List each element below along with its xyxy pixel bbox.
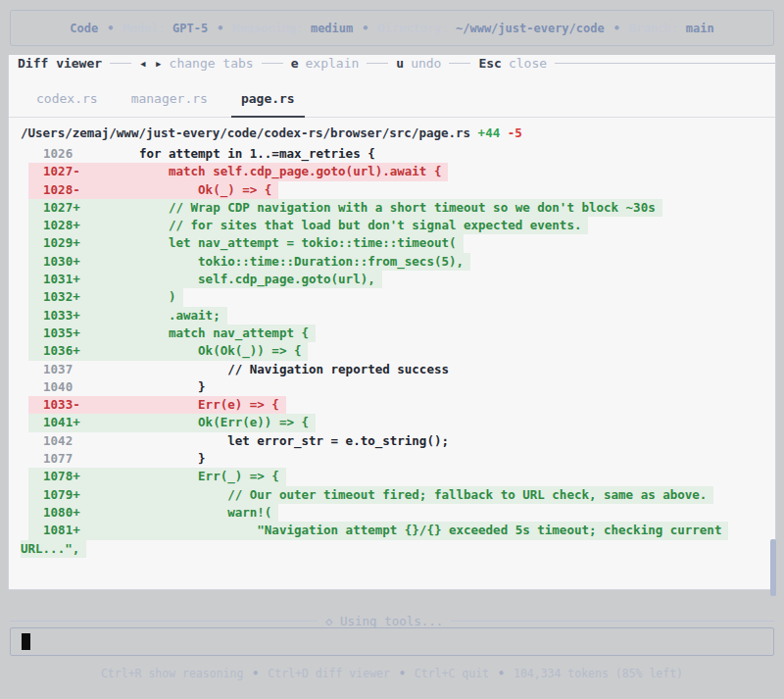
hint-label: undo — [411, 56, 441, 71]
diff-line: 1028- Ok(_) => { — [28, 181, 775, 199]
bullet-icon: • — [107, 22, 114, 35]
line-code: } — [80, 451, 206, 466]
diff-line-band: 1026 for attempt in 1..=max_retries { — [28, 145, 382, 163]
line-number: 1079+ — [28, 487, 80, 502]
file-header: /Users/zemaj/www/just-every/code/codex-r… — [9, 125, 775, 142]
diff-line: 1033+ .await; — [28, 307, 775, 325]
footer-hint-ctrlc: Ctrl+C quit — [415, 667, 489, 680]
hint-close: Escclose — [478, 56, 547, 71]
hint-key: ◂ ▸ — [139, 56, 162, 71]
divider-dash-trailing — [555, 63, 775, 64]
diff-line-band: 1032+ ) — [28, 288, 183, 306]
hint-label: change tabs — [170, 56, 254, 71]
tab-page-rs[interactable]: page.rs — [231, 85, 305, 117]
diff-line: 1027- match self.cdp_page.goto(url).awai… — [28, 163, 775, 180]
bullet-icon: • — [362, 22, 368, 35]
diff-line-band: 1028+ // for sites that load but don't s… — [28, 217, 588, 234]
diff-line-band: 1080+ warn!( — [28, 504, 278, 522]
line-code: ) — [80, 289, 176, 304]
footer-hint-ctrlr: Ctrl+R show reasoning — [101, 667, 243, 680]
diff-line: 1042 let error_str = e.to_string(); — [28, 432, 775, 450]
bullet-icon: • — [217, 22, 223, 35]
directory-label: Directory: — [378, 22, 456, 35]
line-number: 1033- — [28, 397, 80, 412]
directory-value: ~/www/just-every/code — [456, 22, 605, 35]
hint-change-tabs: ◂ ▸change tabs — [139, 56, 254, 71]
line-code: .await; — [80, 308, 220, 323]
line-code: URL...", — [21, 541, 79, 556]
diff-line: 1026 for attempt in 1..=max_retries { — [28, 145, 775, 163]
line-number: 1030+ — [28, 254, 80, 269]
diff-line-band: URL...", — [21, 540, 86, 558]
composer-input[interactable] — [10, 627, 774, 656]
diff-line-band: 1030+ tokio::time::Duration::from_secs(5… — [28, 253, 470, 271]
divider-dash — [449, 63, 470, 64]
bullet-icon: • — [613, 22, 620, 35]
model-value: GPT-5 — [172, 22, 208, 35]
line-number: 1028- — [28, 182, 80, 197]
tab-manager-rs[interactable]: manager.rs — [122, 85, 218, 117]
diff-line: 1035+ match nav_attempt { — [28, 325, 775, 342]
line-code: // Wrap CDP navigation with a short time… — [80, 200, 656, 215]
diff-viewer-title-row: Diff viewer◂ ▸change tabseexplainuundoEs… — [9, 55, 775, 72]
diff-line: 1036+ Ok(Ok(_)) => { — [28, 342, 775, 360]
line-number: 1027+ — [28, 200, 80, 215]
diff-line: URL...", — [28, 540, 775, 558]
line-code: // Our outer timeout fired; fallback to … — [80, 487, 708, 502]
app-name: Code — [70, 22, 98, 35]
diff-line-band: 1077 } — [28, 450, 213, 468]
diff-line-band: 1031+ self.cdp_page.goto(url), — [28, 271, 382, 288]
tools-status-label: Using tools... — [340, 614, 443, 628]
hint-undo: uundo — [396, 56, 441, 71]
diff-line: 1031+ self.cdp_page.goto(url), — [28, 271, 775, 288]
diff-line: 1078+ Err(_) => { — [28, 468, 775, 485]
branch-value: main — [686, 22, 714, 35]
bullet-icon: • — [498, 667, 505, 680]
hint-explain: eexplain — [291, 56, 360, 71]
line-number: 1029+ — [28, 235, 80, 250]
footer: Ctrl+R show reasoning•Ctrl+D diff viewer… — [0, 667, 784, 682]
line-number: 1080+ — [28, 505, 80, 520]
line-number: 1035+ — [28, 325, 80, 340]
diff-line: 1028+ // for sites that load but don't s… — [28, 217, 775, 234]
diff-line: 1037 // Navigation reported success — [28, 361, 775, 378]
divider-dash — [110, 63, 131, 64]
diff-line-band: 1081+ "Navigation attempt {}/{} exceeded… — [28, 522, 728, 539]
reasoning-label: Reasoning: — [232, 22, 310, 35]
tools-divider: ◇ Using tools... — [10, 614, 774, 627]
diff-line-band: 1029+ let nav_attempt = tokio::time::tim… — [28, 234, 464, 252]
diff-line: 1081+ "Navigation attempt {}/{} exceeded… — [28, 522, 775, 539]
diff-line-band: 1042 let error_str = e.to_string(); — [28, 432, 456, 450]
diff-tabs: codex.rsmanager.rspage.rs — [9, 85, 775, 118]
divider-line-right — [451, 621, 774, 622]
diff-line: 1041+ Ok(Err(e)) => { — [28, 414, 775, 431]
line-number: 1041+ — [28, 415, 80, 429]
tab-codex-rs[interactable]: codex.rs — [26, 85, 108, 117]
footer-hint-ctrld: Ctrl+D diff viewer — [268, 667, 390, 680]
diff-line-band: 1033+ .await; — [28, 307, 227, 325]
scrollbar-thumb[interactable] — [770, 539, 776, 596]
line-code: Ok(Err(e)) => { — [80, 415, 309, 429]
line-code: tokio::time::Duration::from_secs(5), — [80, 254, 464, 269]
additions-badge: +44 — [478, 125, 501, 140]
line-number: 1081+ — [28, 523, 80, 537]
bullet-icon: • — [252, 667, 259, 680]
diff-line-band: 1079+ // Our outer timeout fired; fallba… — [28, 486, 713, 504]
diff-line-band: 1027- match self.cdp_page.goto(url).awai… — [28, 163, 448, 180]
line-code: match self.cdp_page.goto(url).await { — [80, 164, 442, 178]
diff-line-band: 1037 // Navigation reported success — [28, 361, 456, 378]
line-code: Err(_) => { — [80, 469, 279, 483]
line-code: match nav_attempt { — [80, 325, 309, 340]
line-number: 1036+ — [28, 343, 80, 358]
line-code: let nav_attempt = tokio::time::timeout( — [80, 235, 457, 250]
diff-line-band: 1035+ match nav_attempt { — [28, 325, 316, 342]
diff-line: 1040 } — [28, 378, 775, 396]
token-usage: 104,334 tokens (85% left) — [514, 667, 683, 680]
diff-viewer-panel: Diff viewer◂ ▸change tabseexplainuundoEs… — [8, 55, 776, 590]
text-cursor — [22, 633, 30, 650]
diff-line: 1027+ // Wrap CDP navigation with a shor… — [28, 199, 775, 217]
panel-title: Diff viewer — [18, 56, 102, 71]
line-number: 1037 — [28, 362, 80, 376]
line-number: 1026 — [28, 146, 80, 161]
tools-status: ◇ Using tools... — [325, 614, 443, 628]
